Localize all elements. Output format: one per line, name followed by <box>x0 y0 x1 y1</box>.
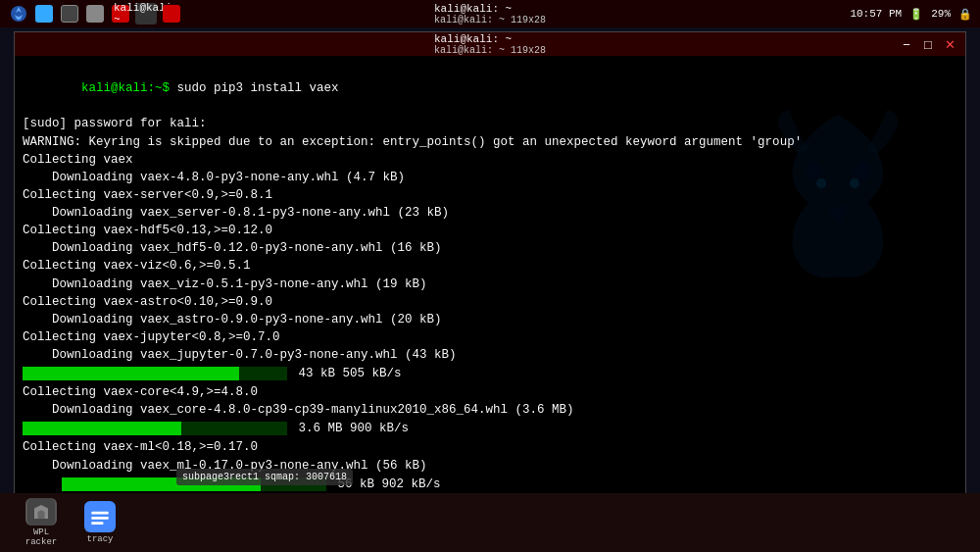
close-button[interactable]: ✕ <box>942 36 957 52</box>
terminal-line-5: Downloading vaex-4.8.0-py3-none-any.whl … <box>23 169 957 186</box>
dock-icon-tracy[interactable]: tracy <box>78 501 122 544</box>
dock-label-wpl: WPL racker <box>20 527 63 547</box>
terminal-line-8: Collecting vaex-hdf5<0.13,>=0.12.0 <box>23 222 957 239</box>
progress-bar-row-3: 56 kB 902 kB/s <box>23 476 957 493</box>
terminal-line-7: Downloading vaex_server-0.8.1-py3-none-a… <box>23 204 957 222</box>
taskbar-app-5[interactable] <box>161 3 182 25</box>
progress-bar-2 <box>23 422 287 435</box>
terminal-line-6: Collecting vaex-server<0.9,>=0.8.1 <box>23 186 957 204</box>
terminal-line-13: Downloading vaex_astro-0.9.0-py3-none-an… <box>23 311 957 328</box>
progress-bar-row-1: 43 kB 505 kB/s <box>23 365 957 382</box>
terminal-line-10: Collecting vaex-viz<0.6,>=0.5.1 <box>23 257 957 275</box>
taskbar-left: kali@kali: ~ <box>8 3 182 25</box>
svg-rect-5 <box>91 512 109 515</box>
dock-icon-tracy-img <box>84 501 116 532</box>
kali-menu-icon[interactable] <box>8 3 29 25</box>
svg-rect-6 <box>91 517 109 520</box>
dock-label-tracy: tracy <box>86 534 113 544</box>
terminal-line-20: Collecting vaex-ml<0.18,>=0.17.0 <box>23 438 957 456</box>
terminal-line-21: Downloading vaex_ml-0.17.0-py3-none-any.… <box>23 457 957 475</box>
terminal-title-text: kali@kali: ~ kali@kali: ~ 119x28 <box>434 33 546 56</box>
terminal-line-1: kali@kali:~$ sudo pip3 install vaex <box>23 62 957 115</box>
desktop: kali@kali: ~ kali@kali: ~ kali@kali: ~ 1… <box>0 0 980 552</box>
terminal-line-4: Collecting vaex <box>23 151 957 169</box>
terminal-line-11: Downloading vaex_viz-0.5.1-py3-none-any.… <box>23 276 957 293</box>
progress-text-1: 43 kB 505 kB/s <box>291 365 402 382</box>
minimize-button[interactable]: − <box>899 36 914 52</box>
terminal-titlebar: kali@kali: ~ kali@kali: ~ 119x28 − □ ✕ <box>15 32 965 56</box>
taskbar-app-3[interactable] <box>84 3 106 25</box>
progress-bar-3 <box>62 477 326 491</box>
terminal-line-12: Collecting vaex-astro<0.10,>=0.9.0 <box>23 293 957 311</box>
time-display: 10:57 PM <box>850 8 902 20</box>
lock-icon: 🔒 <box>958 8 972 21</box>
taskbar-right: 10:57 PM 🔋 29% 🔒 <box>850 8 972 21</box>
dock-icon-wpl-img <box>25 498 57 526</box>
taskbar-app-2[interactable] <box>59 3 80 25</box>
taskbar-terminal-active[interactable]: kali@kali: ~ <box>135 3 157 25</box>
progress-fill-3 <box>62 477 261 491</box>
progress-bar-1 <box>23 367 287 380</box>
terminal-line-17: Collecting vaex-core<4.9,>=4.8.0 <box>23 383 957 401</box>
terminal-line-18: Downloading vaex_core-4.8.0-cp39-cp39-ma… <box>23 401 957 419</box>
terminal-line-14: Collecting vaex-jupyter<0.8,>=0.7.0 <box>23 328 957 346</box>
taskbar-bottom: WPL racker tracy <box>0 493 980 552</box>
window-controls: − □ ✕ <box>899 36 957 52</box>
battery-level: 29% <box>931 8 951 20</box>
taskbar-top: kali@kali: ~ kali@kali: ~ kali@kali: ~ 1… <box>0 0 980 27</box>
progress-text-2: 3.6 MB 900 kB/s <box>291 420 409 437</box>
taskbar-app-1[interactable] <box>33 3 55 25</box>
progress-fill-1 <box>23 367 239 380</box>
terminal-line-2: [sudo] password for kali: <box>23 115 957 132</box>
terminal-line-9: Downloading vaex_hdf5-0.12.0-py3-none-an… <box>23 239 957 257</box>
terminal-line-15: Downloading vaex_jupyter-0.7.0-py3-none-… <box>23 346 957 364</box>
terminal-window: kali@kali: ~ kali@kali: ~ 119x28 − □ ✕ <box>14 31 966 512</box>
maximize-button[interactable]: □ <box>920 36 936 52</box>
taskbar-window-title: kali@kali: ~ kali@kali: ~ 119x28 <box>434 3 546 25</box>
battery-icon: 🔋 <box>909 8 923 21</box>
terminal-body[interactable]: kali@kali:~$ sudo pip3 install vaex [sud… <box>15 56 965 511</box>
progress-bar-row-2: 3.6 MB 900 kB/s <box>23 420 957 437</box>
terminal-line-3: WARNING: Keyring is skipped due to an ex… <box>23 133 957 151</box>
progress-text-3: 56 kB 902 kB/s <box>330 476 441 493</box>
dock-icon-wpl[interactable]: WPL racker <box>20 501 63 544</box>
svg-rect-7 <box>91 522 103 525</box>
progress-fill-2 <box>23 422 181 435</box>
